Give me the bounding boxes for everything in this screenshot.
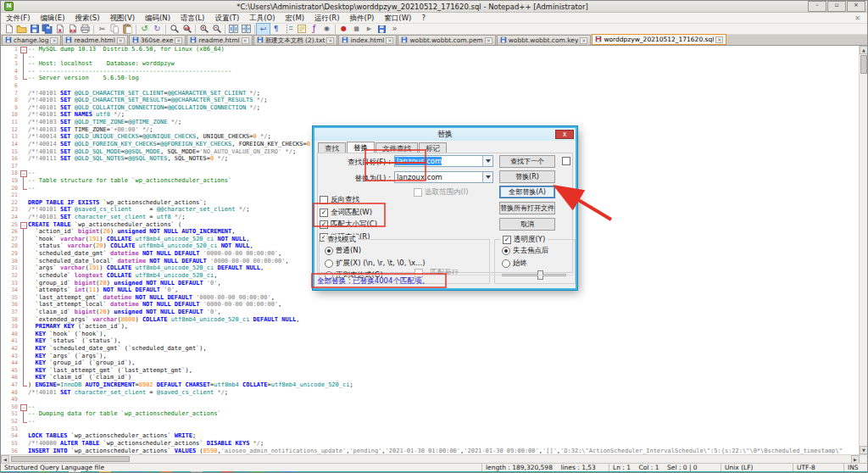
tab-360se-exe[interactable]: 360se.exe× — [129, 35, 186, 45]
tab-wobbt-wobbt-com-key[interactable]: wobbt.wobbt.com.key× — [497, 35, 592, 45]
undo-icon[interactable]: ↺ — [138, 24, 151, 35]
cancel-button[interactable]: 取消 — [499, 218, 555, 231]
doc-map-icon[interactable] — [295, 24, 308, 35]
menu-item[interactable]: 插件(P) — [345, 13, 380, 23]
match-whole-word-checkbox[interactable]: ✓全词匹配(W) — [320, 208, 377, 218]
fold-margin-start[interactable]: − — [19, 221, 28, 229]
menu-item[interactable]: 宏(M) — [281, 13, 309, 23]
replace-with-combo[interactable]: lanzoux.com — [394, 171, 493, 183]
menu-item[interactable]: 搜索(S) — [70, 13, 105, 23]
dialog-close-icon[interactable]: x — [555, 130, 574, 139]
menu-item[interactable]: 语言(L) — [175, 13, 209, 23]
chevron-down-icon[interactable] — [482, 172, 492, 182]
close-all-icon[interactable]: xx — [66, 24, 79, 35]
save-all-icon[interactable] — [41, 24, 53, 35]
indent-guide-icon[interactable] — [282, 24, 295, 35]
tab-close-icon[interactable]: × — [117, 37, 125, 44]
scroll-up-icon[interactable]: ▲ — [860, 46, 867, 54]
word-wrap-icon[interactable]: ↩ — [257, 24, 270, 35]
code-line: 51-- Dumping data for table `wp_actionsc… — [1, 410, 859, 418]
tab-change-log[interactable]: change.log× — [2, 35, 61, 45]
replace-icon[interactable]: ab — [181, 24, 193, 35]
new-file-icon[interactable] — [3, 24, 15, 35]
tab-close-icon[interactable]: × — [485, 37, 492, 44]
chevron-down-icon[interactable] — [482, 156, 492, 166]
zoom-out-icon[interactable] — [210, 24, 223, 35]
minimize-button[interactable]: – — [808, 1, 826, 12]
line-number: 39 — [1, 323, 19, 331]
sync-scroll-h-icon[interactable] — [240, 24, 253, 35]
print-icon[interactable] — [79, 24, 92, 35]
tab-close-icon[interactable]: × — [580, 37, 587, 44]
menu-item[interactable]: 运行(R) — [309, 13, 345, 23]
transparency-on-losing-focus-radio[interactable]: 失去焦点后 — [502, 246, 549, 256]
menu-item[interactable]: 编辑(E) — [36, 13, 70, 23]
status-encoding[interactable]: UTF-8 — [793, 464, 843, 471]
function-list-icon[interactable]: ƒ — [308, 24, 320, 35]
zoom-in-icon[interactable] — [198, 24, 210, 35]
menu-item[interactable]: 编码(N) — [140, 13, 175, 23]
menu-item[interactable]: 文件(F) — [1, 13, 36, 23]
maximize-button[interactable]: ▫ — [827, 1, 846, 12]
vertical-scroll-thumb[interactable] — [860, 55, 867, 74]
replace-all-button[interactable]: 全部替换(A) — [499, 186, 555, 198]
tab-readme-html[interactable]: readme.html× — [186, 35, 252, 45]
scroll-down-icon[interactable]: ▼ — [860, 446, 867, 454]
show-all-chars-icon[interactable]: ¶ — [270, 24, 282, 35]
replace-all-open-button[interactable]: 替换所有打开文件(O) — [499, 202, 555, 214]
tab-wobbt-wobbt-com-pem[interactable]: wobbt.wobbt.com.pem× — [398, 35, 495, 45]
macro-stop-icon[interactable]: ■ — [350, 24, 363, 35]
find-icon[interactable] — [168, 24, 181, 35]
macro-run-icon[interactable]: » — [388, 24, 401, 35]
close-button[interactable]: × — [847, 1, 865, 12]
close-icon[interactable]: x — [53, 24, 66, 35]
view-eye-icon[interactable]: ◉ — [320, 24, 333, 35]
fold-margin-start[interactable]: − — [19, 403, 28, 411]
document-close-icon[interactable]: × — [848, 14, 867, 22]
find-next-button[interactable]: 查找下一个 — [499, 155, 555, 168]
copy-icon[interactable] — [108, 24, 121, 35]
tab-close-icon[interactable]: × — [242, 37, 249, 44]
tab-close-icon[interactable]: × — [715, 36, 723, 43]
transparency-always-radio[interactable]: 始终 — [502, 259, 549, 269]
backward-direction-checkbox[interactable]: 反向查找 — [320, 195, 377, 205]
tab-close-icon[interactable]: × — [175, 37, 182, 44]
dialog-top-right-checkbox[interactable] — [562, 157, 570, 165]
tab-close-icon[interactable]: × — [50, 37, 58, 44]
open-folder-icon[interactable] — [15, 24, 28, 35]
macro-play-icon[interactable]: ▶ — [363, 24, 376, 35]
replace-button[interactable]: 替换(R) — [499, 170, 555, 183]
tab-close-icon[interactable]: × — [326, 37, 334, 44]
vertical-scrollbar[interactable]: ▲ ▼ — [859, 46, 867, 454]
tab--2-txt[interactable]: 新建文本文档 (2).txt× — [253, 35, 338, 45]
find-what-combo[interactable]: lanzous.com — [394, 155, 493, 167]
menu-item[interactable]: 窗口(W) — [379, 13, 416, 23]
tab-close-icon[interactable]: × — [386, 37, 393, 44]
search-mode-normal-radio[interactable]: 普通(N) — [325, 246, 425, 256]
horizontal-scroll-thumb[interactable] — [11, 456, 130, 462]
line-number: 20 — [1, 185, 19, 192]
macro-record-icon[interactable]: ● — [337, 24, 350, 35]
menu-item[interactable]: 设置(T) — [209, 13, 244, 23]
fold-margin-start[interactable]: − — [19, 170, 28, 177]
status-typing-mode[interactable]: INS — [843, 464, 867, 471]
tab-readme-html[interactable]: readme.html× — [62, 35, 127, 45]
transparency-checkbox[interactable]: ✓透明度(Y) — [503, 235, 545, 245]
status-eol-format[interactable]: Unix (LF) — [721, 464, 793, 471]
fold-margin-start[interactable]: − — [19, 46, 28, 53]
horizontal-scrollbar[interactable]: ◀ ▶ — [1, 454, 867, 463]
paste-icon[interactable] — [121, 24, 134, 35]
menu-item[interactable]: 工具(O) — [244, 13, 280, 23]
menu-item[interactable]: 视图(V) — [105, 13, 140, 23]
match-case-checkbox[interactable]: ✓匹配大小写(C) — [320, 220, 377, 230]
sync-scroll-v-icon[interactable] — [227, 24, 240, 35]
search-mode-extended-radio[interactable]: 扩展(X) (\n, \r, \t, \0, \x...) — [325, 259, 425, 269]
tab-worddpzyw-20210512-171620-sql[interactable]: worddpzyw_20210512_171620.sql× — [592, 34, 726, 45]
tab-index-html[interactable]: index.html× — [338, 35, 397, 45]
redo-icon[interactable]: ↻ — [151, 24, 164, 35]
cut-icon[interactable]: ✂ — [96, 24, 108, 35]
macro-save-icon[interactable] — [376, 24, 388, 35]
line-number: 46 — [1, 374, 19, 381]
save-icon[interactable] — [28, 24, 41, 35]
menu-item[interactable]: ? — [416, 13, 431, 23]
